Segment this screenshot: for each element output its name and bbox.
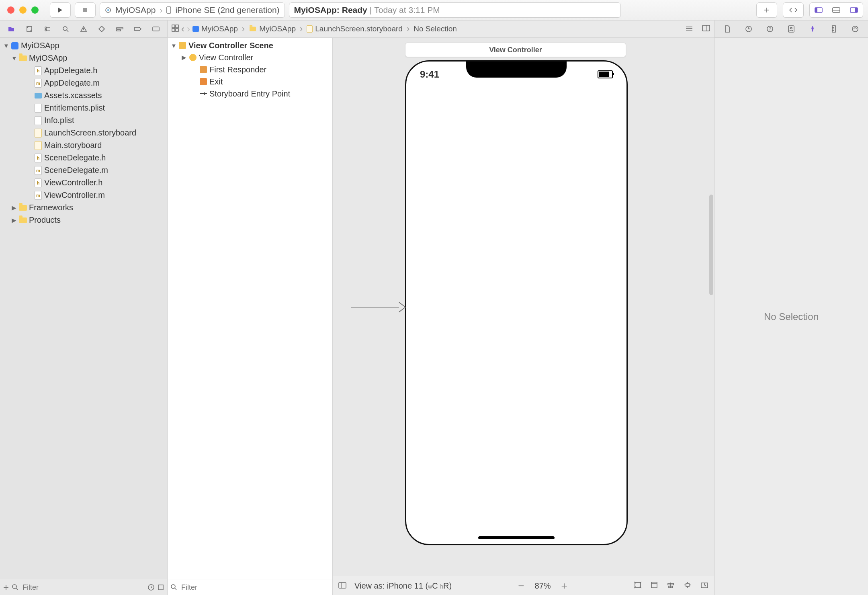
outline-first-responder[interactable]: First Responder xyxy=(168,64,332,76)
project-group-main[interactable]: ▼ MyiOSApp xyxy=(0,52,167,64)
file-row[interactable]: Main.storyboard xyxy=(0,139,167,152)
jump-bar-crumb[interactable]: LaunchScreen.storyboard xyxy=(307,25,403,33)
zoom-window-button[interactable] xyxy=(31,6,39,14)
quick-help-inspector-tab[interactable]: ? xyxy=(762,23,778,35)
scene-title-bar[interactable]: View Controller xyxy=(405,43,626,57)
history-back-button[interactable]: ‹ xyxy=(181,23,184,35)
svg-point-11 xyxy=(45,27,47,29)
svg-rect-21 xyxy=(172,25,175,28)
minimize-window-button[interactable] xyxy=(19,6,27,14)
scheme-destination-popup[interactable]: MyiOSApp › iPhone SE (2nd generation) xyxy=(100,2,285,18)
jump-bar-crumb[interactable]: MyiOSApp xyxy=(249,25,296,33)
debug-navigator-tab[interactable] xyxy=(112,23,127,35)
filter-icon[interactable] xyxy=(171,584,177,591)
file-row[interactable]: Info.plist xyxy=(0,114,167,127)
history-inspector-tab[interactable] xyxy=(741,23,756,35)
find-navigator-tab[interactable] xyxy=(58,23,73,35)
file-row[interactable]: Entitlements.plist xyxy=(0,102,167,114)
toggle-debug-area-button[interactable] xyxy=(827,7,845,13)
toggle-outline-button[interactable] xyxy=(338,581,346,591)
navigator-filter-input[interactable] xyxy=(22,583,145,592)
run-destination: iPhone SE (2nd generation) xyxy=(175,5,279,15)
zoom-level-label[interactable]: 87% xyxy=(535,581,551,591)
zoom-in-button[interactable]: + xyxy=(561,580,567,592)
outline-exit[interactable]: Exit xyxy=(168,76,332,88)
project-group-frameworks[interactable]: ▶ Frameworks xyxy=(0,201,167,214)
stop-button[interactable] xyxy=(75,2,96,18)
svg-rect-35 xyxy=(651,582,657,588)
size-inspector-tab[interactable] xyxy=(826,23,841,35)
outline-view-controller[interactable]: ▶ View Controller xyxy=(168,51,332,64)
report-navigator-tab[interactable] xyxy=(148,23,164,35)
update-frames-button[interactable] xyxy=(634,581,642,591)
toggle-inspector-button[interactable] xyxy=(845,7,863,13)
storyboard-entry-arrow[interactable] xyxy=(351,299,407,315)
svg-rect-20 xyxy=(158,585,163,590)
folder-icon xyxy=(250,27,256,31)
breakpoint-navigator-tab[interactable] xyxy=(130,23,145,35)
disclosure-triangle-icon[interactable]: ▼ xyxy=(171,42,176,49)
zoom-out-button[interactable]: − xyxy=(518,580,524,592)
editor-options-button[interactable] xyxy=(685,25,693,33)
jump-bar-crumb[interactable]: No Selection xyxy=(414,25,457,33)
project-root[interactable]: ▼ MyiOSApp xyxy=(0,39,167,52)
disclosure-triangle-icon[interactable]: ▶ xyxy=(11,204,17,211)
code-review-button[interactable] xyxy=(783,2,804,18)
connections-inspector-tab[interactable] xyxy=(848,23,863,35)
identity-inspector-tab[interactable] xyxy=(784,23,799,35)
file-row[interactable]: mSceneDelegate.m xyxy=(0,164,167,176)
interface-builder-canvas[interactable]: View Controller 9:41 xyxy=(333,38,714,576)
file-row[interactable]: hSceneDelegate.h xyxy=(0,152,167,164)
recent-filter-icon[interactable] xyxy=(148,584,154,591)
add-target-button[interactable]: + xyxy=(3,582,9,593)
history-forward-button[interactable]: › xyxy=(187,23,190,35)
filter-scope-icon[interactable] xyxy=(12,584,18,591)
outline-entry-point[interactable]: Storyboard Entry Point xyxy=(168,88,332,100)
navigator-panel: ▼ MyiOSApp ▼ MyiOSApp hAppDelegate.h mAp… xyxy=(0,21,168,595)
jump-bar-crumb[interactable]: MyiOSApp xyxy=(192,25,238,33)
device-icon xyxy=(166,6,171,14)
library-button[interactable] xyxy=(756,2,777,18)
resolve-issues-button[interactable] xyxy=(700,581,708,591)
align-button[interactable] xyxy=(667,581,675,591)
file-row[interactable]: hViewController.h xyxy=(0,176,167,189)
xcode-project-icon xyxy=(192,26,199,32)
file-row[interactable]: LaunchScreen.storyboard xyxy=(0,127,167,139)
storyboard-file-icon xyxy=(307,25,313,33)
pin-constraints-button[interactable] xyxy=(684,581,692,591)
project-root-label: MyiOSApp xyxy=(21,41,59,50)
outline-filter-input[interactable] xyxy=(180,583,329,592)
canvas-scrollbar[interactable] xyxy=(709,195,713,295)
symbol-navigator-tab[interactable] xyxy=(40,23,55,35)
file-row[interactable]: hAppDelegate.h xyxy=(0,64,167,77)
status-app-name: MyiOSApp: xyxy=(294,5,340,15)
project-group-products[interactable]: ▶ Products xyxy=(0,214,167,226)
related-items-button[interactable] xyxy=(172,25,179,34)
document-outline-tree[interactable]: ▼ View Controller Scene ▶ View Controlle… xyxy=(168,38,332,579)
attributes-inspector-tab[interactable] xyxy=(805,23,820,35)
run-button[interactable] xyxy=(50,2,71,18)
file-row[interactable]: Assets.xcassets xyxy=(0,89,167,102)
test-navigator-tab[interactable] xyxy=(94,23,109,35)
project-navigator-tree[interactable]: ▼ MyiOSApp ▼ MyiOSApp hAppDelegate.h mAp… xyxy=(0,38,167,579)
project-navigator-tab[interactable] xyxy=(4,23,19,35)
view-as-control[interactable]: View as: iPhone 11 (wC hR) xyxy=(354,581,452,591)
disclosure-triangle-icon[interactable]: ▼ xyxy=(11,55,17,62)
source-control-navigator-tab[interactable] xyxy=(22,23,37,35)
file-inspector-tab[interactable] xyxy=(720,23,735,35)
device-preview[interactable]: 9:41 xyxy=(405,60,628,545)
issue-navigator-tab[interactable] xyxy=(76,23,91,35)
toggle-navigator-button[interactable] xyxy=(810,7,827,13)
exit-icon xyxy=(200,78,207,85)
impl-file-icon: m xyxy=(35,166,42,175)
adjust-editor-button[interactable] xyxy=(702,25,710,33)
file-row[interactable]: mAppDelegate.m xyxy=(0,77,167,89)
disclosure-triangle-icon[interactable]: ▶ xyxy=(11,217,17,224)
outline-scene[interactable]: ▼ View Controller Scene xyxy=(168,39,332,51)
close-window-button[interactable] xyxy=(7,6,14,14)
embed-in-button[interactable] xyxy=(651,581,658,591)
file-row[interactable]: mViewController.m xyxy=(0,189,167,201)
disclosure-triangle-icon[interactable]: ▶ xyxy=(181,54,187,61)
disclosure-triangle-icon[interactable]: ▼ xyxy=(3,42,9,49)
scm-filter-icon[interactable] xyxy=(158,584,164,591)
